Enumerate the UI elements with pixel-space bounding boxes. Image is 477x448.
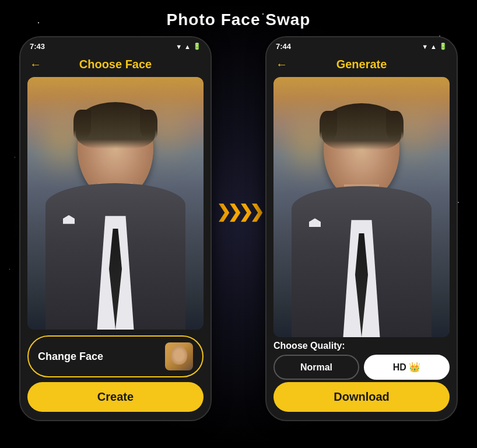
right-portrait-area [273, 77, 450, 337]
left-portrait-image [27, 77, 204, 330]
right-phone-header: ← Generate [266, 53, 457, 77]
left-phone-bottom: Change Face Create [20, 330, 211, 420]
hair-side-left [73, 110, 91, 139]
quality-hd-label: HD 👑 [393, 362, 421, 372]
face-thumbnail [165, 342, 193, 370]
right-phone: 7:44 ▼ ▲ 🔋 ← Generate [265, 36, 458, 421]
quality-normal-button[interactable]: Normal [273, 355, 359, 380]
quality-hd-button[interactable]: HD 👑 [364, 355, 450, 380]
right-hair-side-right [386, 111, 404, 140]
quality-section-label: Choose Quality: [273, 341, 450, 351]
create-label: Create [97, 390, 134, 403]
right-portrait-image [273, 77, 450, 337]
left-phone-header: ← Choose Face [20, 53, 211, 77]
left-status-time: 7:43 [30, 42, 45, 51]
change-face-label: Change Face [38, 351, 103, 363]
left-status-bar: 7:43 ▼ ▲ 🔋 [20, 37, 211, 53]
left-phone: 7:43 ▼ ▲ 🔋 ← Choose Face [19, 36, 212, 421]
download-label: Download [334, 390, 390, 403]
right-wifi-icon: ▲ [430, 43, 437, 50]
left-portrait-area [27, 77, 204, 330]
quality-options: Normal HD 👑 [273, 355, 450, 380]
signal-icon: ▼ [176, 43, 182, 50]
right-status-time: 7:44 [276, 42, 291, 51]
wifi-icon: ▲ [184, 43, 191, 50]
right-header-title: Generate [336, 58, 387, 71]
right-status-icons: ▼ ▲ 🔋 [422, 43, 447, 50]
right-status-bar: 7:44 ▼ ▲ 🔋 [266, 37, 457, 53]
quality-normal-label: Normal [300, 362, 332, 372]
arrow-chevrons: ❯❯❯❯ [216, 201, 261, 222]
download-button[interactable]: Download [273, 382, 450, 412]
page-title: Photo Face Swap [0, 0, 477, 36]
right-battery-icon: 🔋 [439, 43, 447, 50]
create-button[interactable]: Create [27, 382, 204, 412]
left-header-title: Choose Face [79, 58, 152, 71]
change-face-button[interactable]: Change Face [27, 335, 204, 377]
right-back-button[interactable]: ← [276, 58, 287, 71]
quality-section: Choose Quality: Normal HD 👑 [266, 337, 457, 382]
left-status-icons: ▼ ▲ 🔋 [176, 43, 201, 50]
right-signal-icon: ▼ [422, 43, 428, 50]
left-back-button[interactable]: ← [30, 58, 41, 71]
hair-side-right [140, 110, 157, 139]
battery-icon: 🔋 [193, 43, 201, 50]
phones-container: 7:43 ▼ ▲ 🔋 ← Choose Face [0, 36, 477, 421]
right-hair-side-left [320, 111, 337, 140]
arrow-connector: ❯❯❯❯ [212, 201, 265, 222]
